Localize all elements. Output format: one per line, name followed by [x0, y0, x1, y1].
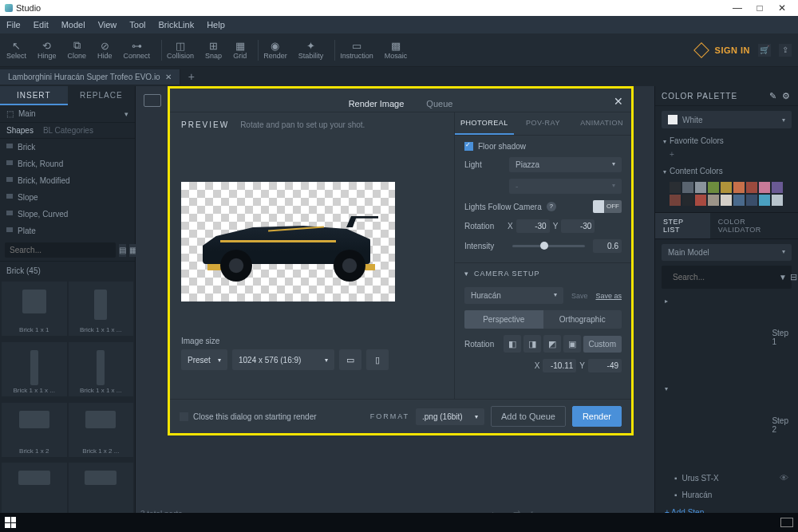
maximize-button[interactable]: □	[749, 2, 771, 14]
orientation-landscape-icon[interactable]: ▭	[339, 349, 361, 370]
color-swatch[interactable]	[759, 195, 770, 206]
shapes-subtab[interactable]: Shapes	[6, 126, 34, 135]
tool-hinge[interactable]: ⟲Hinge	[38, 40, 57, 60]
close-tab-icon[interactable]: ✕	[165, 73, 172, 81]
color-swatch[interactable]	[746, 182, 757, 193]
part-search-input[interactable]	[5, 242, 116, 258]
orthographic-button[interactable]: Orthographic	[543, 310, 622, 329]
category-item[interactable]: Brick, Modified	[0, 172, 135, 189]
tool-hide[interactable]: ⊘Hide	[97, 40, 113, 60]
resolution-dropdown[interactable]: 1024 x 576 (16:9)▾	[232, 349, 334, 370]
tool-snap[interactable]: ⊞Snap	[205, 40, 222, 60]
intensity-slider[interactable]	[512, 245, 585, 247]
perspective-button[interactable]: Perspective	[464, 310, 543, 329]
cart-icon[interactable]: 🛒	[758, 44, 771, 57]
dialog-close-icon[interactable]: ✕	[614, 95, 623, 108]
render-tab-animation[interactable]: ANIMATION	[572, 112, 631, 135]
menu-tool[interactable]: Tool	[129, 20, 145, 30]
model-selector[interactable]: Main Model▾	[662, 244, 792, 261]
filter-icon[interactable]: ▤	[119, 244, 126, 257]
format-dropdown[interactable]: .png (16bit)▾	[416, 408, 484, 425]
tool-mosaic[interactable]: ▩Mosaic	[385, 40, 408, 60]
view-custom-button[interactable]: Custom	[583, 336, 622, 353]
palette-settings-icon[interactable]: ⚙	[782, 91, 792, 100]
menu-view[interactable]: View	[98, 20, 117, 30]
camera-icon[interactable]	[144, 94, 161, 107]
part-item[interactable]: Brick 1 x 1 x ...	[69, 342, 134, 396]
windows-start-icon[interactable]	[5, 517, 16, 528]
camera-preset-dropdown[interactable]: Huracán▾	[464, 287, 563, 304]
dialog-tab-render[interactable]: Render Image	[338, 94, 416, 113]
color-swatch[interactable]	[733, 195, 745, 206]
menu-model[interactable]: Model	[61, 20, 85, 30]
bl-categories-subtab[interactable]: BL Categories	[43, 126, 93, 135]
step-row[interactable]: ▾Step 2	[655, 381, 798, 469]
close-window-button[interactable]: ✕	[771, 2, 793, 14]
tab-color-validator[interactable]: COLOR VALIDATOR	[710, 213, 798, 238]
current-color-selector[interactable]: White ▾	[662, 111, 792, 128]
rotation-y-input[interactable]	[561, 219, 595, 233]
upload-icon[interactable]: ⇪	[779, 44, 792, 57]
tool-clone[interactable]: ⧉Clone	[68, 40, 87, 60]
substep-row[interactable]: ▪Huracán	[655, 487, 798, 503]
visibility-icon[interactable]: 👁	[780, 473, 788, 483]
part-item[interactable]: Brick 1 x 2 ...	[69, 403, 134, 457]
category-item[interactable]: Brick	[0, 139, 135, 156]
color-swatch[interactable]	[670, 195, 681, 206]
palette-selector[interactable]: ⬚ Main ▾	[0, 105, 135, 123]
intensity-input[interactable]	[593, 239, 622, 253]
filter-icon[interactable]: ▼	[779, 273, 787, 282]
orientation-portrait-icon[interactable]: ▯	[366, 349, 389, 370]
color-swatch[interactable]	[708, 195, 719, 206]
content-colors-section[interactable]: ▾Content Colors	[655, 164, 798, 179]
tab-step-list[interactable]: STEP LIST	[655, 213, 710, 238]
part-item[interactable]	[69, 463, 134, 517]
menu-help[interactable]: Help	[207, 20, 225, 30]
color-swatch[interactable]	[670, 182, 681, 193]
substep-row[interactable]: ▪Urus ST-X👁	[655, 469, 798, 487]
part-item[interactable]: Brick 1 x 1	[2, 282, 67, 336]
render-preview[interactable]	[181, 182, 395, 301]
category-item[interactable]: Slope, Curved	[0, 206, 135, 223]
close-on-render-checkbox[interactable]: Close this dialog on starting render	[180, 412, 317, 421]
new-tab-button[interactable]: +	[180, 70, 203, 83]
view-iso-icon[interactable]: ▣	[563, 335, 581, 353]
dialog-tab-queue[interactable]: Queue	[415, 94, 464, 113]
tab-insert[interactable]: INSERT	[0, 86, 68, 105]
tool-instruction[interactable]: ▭Instruction	[340, 40, 373, 60]
tool-stability[interactable]: ✦Stability	[298, 40, 324, 60]
expand-icon[interactable]: ⊟	[790, 272, 797, 282]
tool-collision[interactable]: ◫Collision	[167, 40, 194, 60]
add-to-queue-button[interactable]: Add to Queue	[491, 406, 566, 427]
tool-grid[interactable]: ▦Grid	[233, 40, 247, 60]
add-favorite-icon[interactable]: +	[670, 150, 674, 159]
color-swatch[interactable]	[746, 195, 757, 206]
tool-select[interactable]: ↖Select	[6, 40, 26, 60]
step-search-input[interactable]	[668, 270, 779, 285]
floor-shadow-checkbox[interactable]: Floor shadow	[464, 142, 622, 151]
tool-connect[interactable]: ⊶Connect	[124, 40, 151, 60]
category-item[interactable]: Brick, Round	[0, 156, 135, 172]
preset-dropdown[interactable]: Preset▾	[181, 349, 227, 370]
sign-in-button[interactable]: SIGN IN	[715, 45, 750, 55]
light-sub-dropdown[interactable]: -▾	[509, 179, 622, 194]
menu-bricklink[interactable]: BrickLink	[159, 20, 195, 30]
color-swatch[interactable]	[759, 182, 770, 193]
view-front-icon[interactable]: ◧	[504, 335, 521, 353]
color-swatch[interactable]	[721, 182, 732, 193]
color-swatch[interactable]	[772, 195, 783, 206]
render-tab-photoreal[interactable]: PHOTOREAL	[455, 112, 514, 135]
lights-follow-toggle[interactable]: OFF	[593, 200, 622, 213]
color-swatch[interactable]	[682, 182, 693, 193]
part-item[interactable]	[2, 463, 67, 517]
step-row[interactable]: ▸Step 1	[655, 294, 798, 381]
render-button[interactable]: Render	[572, 406, 622, 427]
camera-y-input[interactable]	[588, 359, 622, 372]
menu-file[interactable]: File	[6, 20, 21, 30]
file-tab-active[interactable]: Lamborghini Huracán Super Trofeo EVO.io …	[0, 69, 180, 85]
camera-save-link[interactable]: Save	[571, 292, 588, 300]
view-top-icon[interactable]: ◩	[543, 335, 561, 353]
category-item[interactable]: Slope	[0, 189, 135, 206]
part-item[interactable]: Brick 1 x 1 x ...	[69, 282, 134, 336]
rotation-x-input[interactable]	[516, 219, 550, 233]
